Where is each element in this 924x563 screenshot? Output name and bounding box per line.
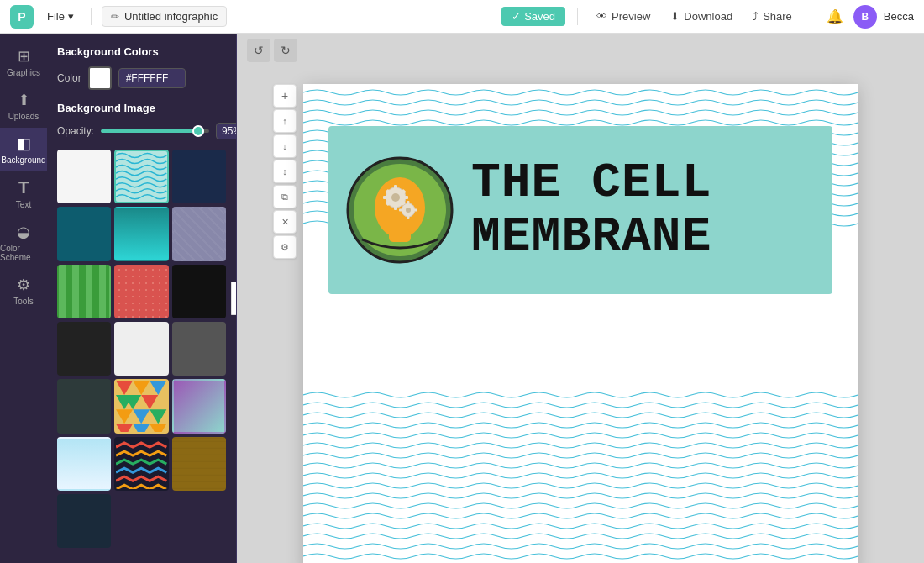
download-label: Download [684, 10, 732, 23]
bg-tile-dark-grid[interactable] [57, 494, 111, 548]
svg-marker-7 [150, 410, 167, 424]
background-icon: ◧ [17, 134, 31, 153]
background-label: Background [1, 155, 45, 165]
main-area: ⊞ Graphics ⬆ Uploads ◧ Background T Text… [0, 34, 924, 563]
bg-grid [57, 150, 226, 548]
add-section-button[interactable]: + [273, 84, 297, 108]
divider-2 [577, 8, 578, 25]
infographic-title-line1: THE CELL [471, 156, 711, 210]
bg-tile-zigzag[interactable] [114, 437, 168, 491]
bg-tile-white2[interactable] [114, 322, 168, 376]
text-label: Text [16, 200, 31, 209]
sidebar-item-color-scheme[interactable]: ◒ Color Scheme [0, 216, 47, 269]
redo-button[interactable]: ↻ [274, 39, 297, 62]
preview-label: Preview [612, 10, 650, 23]
svg-marker-1 [133, 381, 150, 395]
share-icon: ⤴ [753, 10, 759, 23]
bg-tile-white[interactable] [57, 150, 111, 203]
bg-tile-wood[interactable] [172, 437, 226, 491]
preview-button[interactable]: 👁 Preview [590, 7, 657, 26]
color-scheme-icon: ◒ [17, 223, 30, 241]
bg-tile-light-blue-grad[interactable] [57, 437, 111, 491]
undo-icon: ↺ [254, 44, 264, 57]
svg-rect-30 [407, 215, 410, 219]
undo-button[interactable]: ↺ [247, 39, 270, 62]
bg-tile-coral[interactable] [114, 265, 168, 318]
move-down-button[interactable]: ↓ [273, 134, 297, 158]
svg-rect-22 [383, 196, 388, 199]
topbar: P File ▾ ✏ Untitled infographic ✓ Saved … [0, 0, 924, 34]
bg-tile-gray-dark[interactable] [172, 322, 226, 376]
uploads-label: Uploads [8, 112, 39, 121]
color-swatch[interactable] [88, 66, 112, 90]
color-overlay [90, 68, 110, 88]
uploads-icon: ⬆ [18, 91, 30, 109]
svg-point-15 [375, 177, 425, 238]
sidebar-item-background[interactable]: ◧ Background [0, 128, 47, 171]
file-label: File [47, 10, 65, 23]
svg-rect-31 [413, 209, 417, 212]
canvas-toolbar: ↺ ↻ [237, 34, 924, 67]
sidebar-item-tools[interactable]: ⚙ Tools [0, 269, 47, 313]
bg-tile-black2[interactable] [57, 322, 111, 376]
opacity-slider[interactable] [101, 129, 209, 133]
move-up-button[interactable]: ↑ [273, 109, 297, 133]
file-menu[interactable]: File ▾ [40, 7, 81, 26]
canvas-area: ↺ ↻ + ↑ ↓ ↕ ⧉ ✕ ⚙ [237, 34, 924, 563]
svg-marker-10 [133, 424, 150, 432]
bg-tile-dark-navy[interactable] [172, 150, 226, 203]
bg-tile-gradient-teal[interactable] [114, 207, 168, 260]
color-scheme-label: Color Scheme [0, 244, 47, 262]
divider-3 [811, 8, 811, 25]
svg-marker-4 [141, 395, 158, 409]
color-row: Color [57, 66, 226, 90]
saved-badge: ✓ Saved [501, 7, 565, 26]
bg-tile-green-stripes[interactable] [57, 265, 111, 318]
svg-rect-19 [394, 185, 397, 190]
infographic-canvas[interactable]: THE CELL MEMBRANE [303, 84, 858, 563]
opacity-row: Opacity: 95% [57, 123, 226, 139]
sidebar-item-text[interactable]: T Text [0, 171, 47, 216]
infographic-header[interactable]: THE CELL MEMBRANE [328, 126, 832, 294]
sidebar-item-graphics[interactable]: ⊞ Graphics [0, 40, 47, 84]
bell-icon[interactable]: 🔔 [823, 5, 847, 28]
svg-marker-5 [116, 410, 133, 424]
bg-tile-purple-grad[interactable] [172, 379, 226, 433]
canvas-scroll[interactable]: + ↑ ↓ ↕ ⧉ ✕ ⚙ [237, 67, 924, 563]
avatar[interactable]: B [853, 5, 877, 29]
share-label: Share [763, 10, 792, 23]
collapse-panel-button[interactable]: ◀ [231, 282, 237, 315]
download-icon: ⬇ [670, 10, 680, 23]
svg-marker-6 [133, 410, 150, 424]
delete-section-button[interactable]: ✕ [273, 210, 297, 234]
download-button[interactable]: ⬇ Download [664, 7, 739, 26]
bg-tile-dark-slate[interactable] [57, 379, 111, 433]
left-panel: Background Colors Color Background Image… [47, 34, 237, 563]
eye-icon: 👁 [596, 10, 607, 23]
svg-rect-20 [394, 205, 397, 210]
infographic-title-line2: MEMBRANE [471, 210, 711, 264]
bg-tile-gray-pattern[interactable] [172, 207, 226, 260]
move-up2-button[interactable]: ↕ [273, 160, 297, 183]
bg-tile-triangles[interactable] [114, 379, 168, 433]
document-title-button[interactable]: ✏ Untitled infographic [102, 6, 227, 27]
triangles-svg [116, 381, 166, 431]
section-settings-button[interactable]: ⚙ [273, 235, 297, 259]
bg-tile-dark-teal[interactable] [57, 207, 111, 260]
username[interactable]: Becca [884, 10, 914, 23]
waves-svg [116, 151, 166, 202]
bg-tile-waves[interactable] [114, 150, 168, 203]
bg-image-title: Background Image [57, 102, 226, 114]
bg-tile-black[interactable] [172, 265, 226, 318]
svg-marker-9 [116, 424, 133, 432]
infographic-title-block: THE CELL MEMBRANE [471, 156, 711, 264]
color-hex-input[interactable] [118, 68, 186, 88]
duplicate-button[interactable]: ⧉ [273, 185, 297, 208]
svg-marker-2 [150, 381, 167, 395]
saved-check-icon: ✓ [512, 10, 521, 23]
color-label: Color [57, 72, 81, 84]
text-icon: T [18, 178, 29, 197]
share-button[interactable]: ⤴ Share [746, 7, 799, 26]
sidebar-item-uploads[interactable]: ⬆ Uploads [0, 84, 47, 128]
opacity-value: 95% [216, 123, 237, 139]
